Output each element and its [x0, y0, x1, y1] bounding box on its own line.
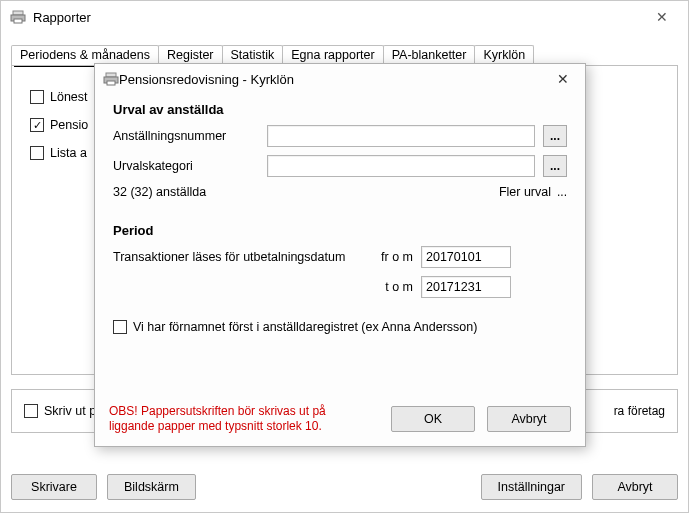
installningar-button[interactable]: Inställningar [481, 474, 582, 500]
row-period-from: Transaktioner läses för utbetalningsdatu… [113, 246, 567, 268]
urvalskategori-input[interactable] [267, 155, 535, 177]
printer-icon [103, 71, 119, 87]
checkbox-label: Skriv ut p [44, 404, 96, 418]
checkbox-box [30, 146, 44, 160]
window-close-button[interactable]: ✕ [642, 3, 682, 31]
row-count-flerurval: 32 (32) anställda Fler urval ... [113, 185, 567, 199]
from-date-input[interactable] [421, 246, 511, 268]
checkbox-box-checked: ✓ [30, 118, 44, 132]
checkbox-label: Lista a [50, 146, 87, 160]
tab-pa-blanketter[interactable]: PA-blanketter [383, 45, 476, 65]
titlebar: Rapporter ✕ [1, 1, 688, 33]
row-urvalskategori: Urvalskategori ... [113, 155, 567, 177]
dialog-title: Pensionsredovisning - Kyrklön [119, 72, 547, 87]
fler-urval-label: Fler urval [499, 185, 551, 199]
section-urval-title: Urval av anställda [113, 102, 567, 117]
bildskarm-button[interactable]: Bildskärm [107, 474, 196, 500]
tab-egna-rapporter[interactable]: Egna rapporter [282, 45, 383, 65]
checkbox-label: Vi har förnamnet först i anställdaregist… [133, 320, 477, 334]
fler-urval-button[interactable]: ... [557, 185, 567, 199]
checkbox-label: Lönest [50, 90, 88, 104]
svg-rect-0 [13, 11, 23, 15]
anstallningsnummer-browse-button[interactable]: ... [543, 125, 567, 147]
checkbox-box [24, 404, 38, 418]
from-label: fr o m [373, 250, 413, 264]
svg-rect-2 [14, 19, 22, 23]
checkbox-box [30, 90, 44, 104]
section-period-title: Period [113, 223, 567, 238]
row-anstallningsnummer: Anställningsnummer ... [113, 125, 567, 147]
printer-icon [9, 8, 27, 26]
to-label: t o m [373, 280, 413, 294]
checkbox-label: Pensio [50, 118, 88, 132]
pensionsredovisning-dialog: Pensionsredovisning - Kyrklön ✕ Urval av… [94, 63, 586, 447]
checkbox-box [113, 320, 127, 334]
svg-rect-5 [107, 81, 115, 85]
print-tail-text: ra företag [614, 404, 665, 418]
tab-kyrklon[interactable]: Kyrklön [474, 45, 534, 65]
checkbox-fornamn-forst[interactable]: Vi har förnamnet först i anställdaregist… [113, 320, 567, 334]
dialog-body: Urval av anställda Anställningsnummer ..… [95, 94, 585, 334]
tab-strip: Periodens & månadens Register Statistik … [11, 43, 678, 65]
tab-register[interactable]: Register [158, 45, 223, 65]
anstallningsnummer-label: Anställningsnummer [113, 129, 259, 143]
cancel-button[interactable]: Avbryt [487, 406, 571, 432]
bottom-button-bar: Skrivare Bildskärm Inställningar Avbryt [11, 474, 678, 500]
dialog-footer: OBS! Pappersutskriften bör skrivas ut på… [95, 396, 585, 446]
trans-label: Transaktioner läses för utbetalningsdatu… [113, 250, 365, 264]
dialog-close-button[interactable]: ✕ [547, 66, 579, 92]
svg-rect-3 [106, 73, 116, 77]
tab-periodens[interactable]: Periodens & månadens [11, 45, 159, 65]
row-period-to: t o m [113, 276, 567, 298]
anstallningsnummer-input[interactable] [267, 125, 535, 147]
urvalskategori-browse-button[interactable]: ... [543, 155, 567, 177]
ok-button[interactable]: OK [391, 406, 475, 432]
anstallda-count: 32 (32) anställda [113, 185, 259, 199]
to-date-input[interactable] [421, 276, 511, 298]
dialog-titlebar: Pensionsredovisning - Kyrklön ✕ [95, 64, 585, 94]
main-window: Rapporter ✕ Periodens & månadens Registe… [0, 0, 689, 513]
checkbox-skriv-ut[interactable]: Skriv ut p [24, 404, 96, 418]
skrivare-button[interactable]: Skrivare [11, 474, 97, 500]
tab-statistik[interactable]: Statistik [222, 45, 284, 65]
avbryt-button[interactable]: Avbryt [592, 474, 678, 500]
window-title: Rapporter [33, 10, 642, 25]
urvalskategori-label: Urvalskategori [113, 159, 259, 173]
warning-text: OBS! Pappersutskriften bör skrivas ut på… [109, 404, 379, 434]
